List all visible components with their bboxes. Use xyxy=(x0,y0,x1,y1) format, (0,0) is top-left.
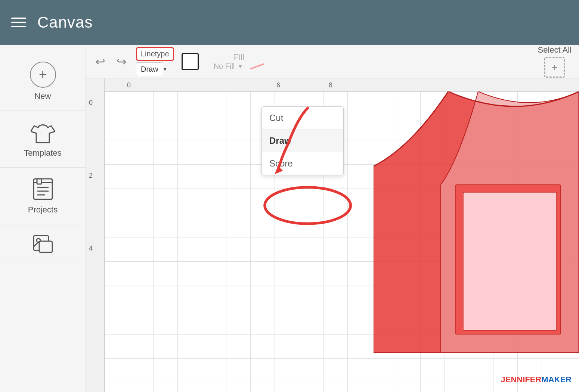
ruler-mark-0: 0 xyxy=(127,81,131,89)
sidebar-item-images[interactable] xyxy=(0,224,86,258)
linetype-section: Linetype Draw ▼ xyxy=(136,47,174,76)
ruler-top: 0 6 8 xyxy=(86,78,579,91)
sidebar-item-new-label: New xyxy=(34,91,51,101)
ruler-mark-6: 6 xyxy=(276,81,280,89)
svg-rect-2 xyxy=(37,179,41,184)
menu-button[interactable] xyxy=(11,18,26,27)
sidebar-item-projects[interactable]: Projects xyxy=(0,168,86,224)
ruler-mark-8: 8 xyxy=(329,81,332,89)
sidebar-item-templates[interactable]: Templates xyxy=(0,111,86,168)
ruler-mark-v-2: 2 xyxy=(89,172,93,180)
ruler-mark-v-4: 4 xyxy=(89,245,93,252)
svg-rect-10 xyxy=(463,192,557,330)
select-all-section: Select All + xyxy=(538,45,572,78)
ruler-mark-v-0: 0 xyxy=(89,99,93,107)
linetype-label: Linetype xyxy=(136,47,174,61)
dropdown-item-score[interactable]: Score xyxy=(262,152,343,175)
toolbar: ↩ ↪ Linetype Draw ▼ Fill No Fill ▼ xyxy=(86,45,579,78)
watermark-maker: MAKER xyxy=(541,375,572,384)
images-icon xyxy=(32,234,54,254)
chevron-down-icon: ▼ xyxy=(162,66,168,72)
grid-canvas: 0 6 8 0 2 4 xyxy=(86,78,579,392)
plus-icon: + xyxy=(30,62,56,88)
fill-line-indicator xyxy=(250,63,264,69)
canvas-red-shape xyxy=(374,91,579,353)
header: Canvas xyxy=(0,0,579,45)
no-fill-section[interactable]: No Fill ▼ xyxy=(214,62,265,71)
linetype-dropdown-popup: Cut Draw Score xyxy=(261,106,344,175)
select-all-button[interactable]: + xyxy=(544,57,565,78)
ruler-left: 0 2 4 xyxy=(86,78,105,392)
select-all-plus-icon: + xyxy=(552,62,557,73)
dropdown-item-cut[interactable]: Cut xyxy=(262,107,343,130)
sidebar: + New Templates Projects xyxy=(0,45,86,392)
projects-icon xyxy=(32,177,54,201)
linetype-select[interactable]: Draw xyxy=(136,62,163,76)
select-all-label: Select All xyxy=(538,45,572,55)
canvas-area: ↩ ↪ Linetype Draw ▼ Fill No Fill ▼ xyxy=(86,45,579,392)
app-title: Canvas xyxy=(37,13,93,31)
watermark: JENNIFERMAKER xyxy=(501,375,572,385)
undo-button[interactable]: ↩ xyxy=(93,53,107,71)
main-layout: + New Templates Projects xyxy=(0,45,579,392)
sidebar-item-new[interactable]: + New xyxy=(0,52,86,111)
tshirt-icon xyxy=(31,120,55,144)
redo-button[interactable]: ↪ xyxy=(115,53,129,71)
no-fill-chevron-icon: ▼ xyxy=(238,63,243,69)
sidebar-item-projects-label: Projects xyxy=(28,205,58,215)
fill-square xyxy=(182,53,199,70)
linetype-dropdown[interactable]: Draw ▼ xyxy=(136,62,174,76)
fill-label: Fill xyxy=(234,52,244,62)
watermark-jennifer: JENNIFER xyxy=(501,375,542,384)
sidebar-item-templates-label: Templates xyxy=(24,148,61,158)
svg-rect-8 xyxy=(39,241,52,252)
no-fill-label: No Fill xyxy=(214,62,235,71)
dropdown-item-draw[interactable]: Draw xyxy=(262,130,343,152)
red-shape-svg xyxy=(374,91,579,353)
